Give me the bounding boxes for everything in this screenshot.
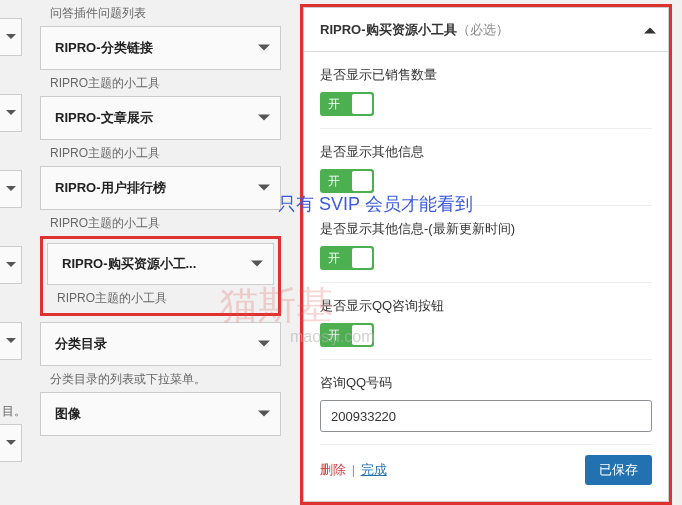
field-label: 是否显示其他信息 xyxy=(320,143,652,161)
saved-button[interactable]: 已保存 xyxy=(585,455,652,485)
widget-settings-panel: RIPRO-购买资源小工具（必选） 是否显示已销售数量 开 是否显示其他信息 开 xyxy=(300,4,672,505)
highlighted-widget-frame: RIPRO-购买资源小工... RIPRO主题的小工具 xyxy=(40,236,281,316)
toggle-text: 开 xyxy=(328,327,340,344)
section-label: 问答插件问题列表 xyxy=(40,0,281,26)
qq-number-input[interactable] xyxy=(320,400,652,432)
widget-title: RIPRO-文章展示 xyxy=(55,109,153,127)
collapse-handle-4[interactable] xyxy=(0,246,22,284)
toggle-knob xyxy=(352,94,372,114)
widget-title: RIPRO-用户排行榜 xyxy=(55,179,166,197)
field-label: 是否显示已销售数量 xyxy=(320,66,652,84)
panel-footer: 删除 | 完成 已保存 xyxy=(320,445,652,489)
section-label: RIPRO主题的小工具 xyxy=(40,140,281,166)
widget-title: RIPRO-分类链接 xyxy=(55,39,153,57)
section-label: RIPRO主题的小工具 xyxy=(47,285,274,311)
toggle-knob xyxy=(352,248,372,268)
field-show-other-info: 是否显示其他信息 开 xyxy=(320,129,652,206)
field-show-sold-qty: 是否显示已销售数量 开 xyxy=(320,52,652,129)
chevron-down-icon xyxy=(258,182,270,194)
widget-title: 分类目录 xyxy=(55,335,107,353)
widget-user-rank[interactable]: RIPRO-用户排行榜 xyxy=(40,166,281,210)
widget-image[interactable]: 图像 xyxy=(40,392,281,436)
done-link[interactable]: 完成 xyxy=(361,462,387,477)
chevron-down-icon xyxy=(258,408,270,420)
widget-title: RIPRO-购买资源小工... xyxy=(62,255,196,273)
section-label: 分类目录的列表或下拉菜单。 xyxy=(40,366,281,392)
toggle-show-qq-button[interactable]: 开 xyxy=(320,323,374,347)
widget-title: 图像 xyxy=(55,405,81,423)
delete-link[interactable]: 删除 xyxy=(320,462,346,477)
widget-post-display[interactable]: RIPRO-文章展示 xyxy=(40,96,281,140)
section-label: RIPRO主题的小工具 xyxy=(40,210,281,236)
toggle-text: 开 xyxy=(328,96,340,113)
toggle-text: 开 xyxy=(328,173,340,190)
chevron-down-icon xyxy=(258,112,270,124)
toggle-show-other-info-time[interactable]: 开 xyxy=(320,246,374,270)
panel-header[interactable]: RIPRO-购买资源小工具（必选） xyxy=(304,8,668,52)
chevron-down-icon xyxy=(258,42,270,54)
mini-label: 目。 xyxy=(0,398,40,424)
collapse-handle-5[interactable] xyxy=(0,322,22,360)
panel-title: RIPRO-购买资源小工具（必选） xyxy=(320,21,509,39)
collapse-handle-1[interactable] xyxy=(0,18,22,56)
widget-purchase-resource[interactable]: RIPRO-购买资源小工... xyxy=(47,243,274,285)
collapse-handle-3[interactable] xyxy=(0,170,22,208)
chevron-down-icon xyxy=(251,258,263,270)
field-show-other-info-time: 是否显示其他信息-(最新更新时间) 开 xyxy=(320,206,652,283)
chevron-up-icon xyxy=(644,24,656,36)
widget-category-link[interactable]: RIPRO-分类链接 xyxy=(40,26,281,70)
separator: | xyxy=(352,462,355,477)
field-qq-number: 咨询QQ号码 xyxy=(320,360,652,445)
toggle-knob xyxy=(352,171,372,191)
field-show-qq-button: 是否显示QQ咨询按钮 开 xyxy=(320,283,652,360)
chevron-down-icon xyxy=(258,338,270,350)
toggle-text: 开 xyxy=(328,250,340,267)
toggle-show-other-info[interactable]: 开 xyxy=(320,169,374,193)
collapse-handle-6[interactable] xyxy=(0,424,22,462)
field-label: 咨询QQ号码 xyxy=(320,374,652,392)
field-label: 是否显示QQ咨询按钮 xyxy=(320,297,652,315)
field-label: 是否显示其他信息-(最新更新时间) xyxy=(320,220,652,238)
section-label: RIPRO主题的小工具 xyxy=(40,70,281,96)
collapse-handle-2[interactable] xyxy=(0,94,22,132)
toggle-knob xyxy=(352,325,372,345)
widget-category-list[interactable]: 分类目录 xyxy=(40,322,281,366)
toggle-show-sold-qty[interactable]: 开 xyxy=(320,92,374,116)
